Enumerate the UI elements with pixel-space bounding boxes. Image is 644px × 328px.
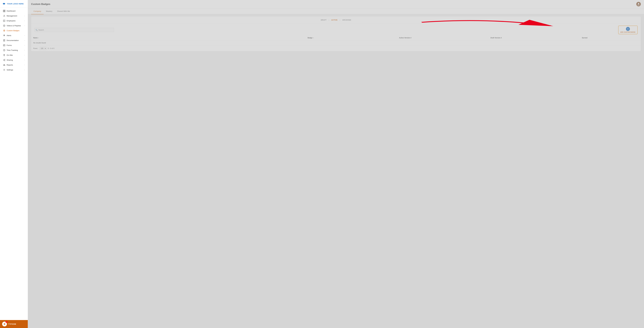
status-btn-active[interactable]: ACTIVE <box>329 18 340 22</box>
status-btn-draft[interactable]: DRAFT <box>318 18 328 22</box>
documentation-icon <box>3 39 5 41</box>
sidebar-label-dashboard: Dashboard <box>7 10 16 12</box>
chevron-right-icon: › <box>24 20 25 21</box>
svg-rect-10 <box>3 44 5 46</box>
settings-icon <box>3 69 5 71</box>
chevron-right-icon: › <box>24 25 25 26</box>
top-bar-right <box>636 2 641 6</box>
tabs-bar: Company Mastery Shared With Me <box>28 8 644 14</box>
sidebar-item-settings[interactable]: Settings › <box>1 67 27 72</box>
svg-point-16 <box>4 70 4 70</box>
add-icon: + <box>626 27 630 31</box>
sidebar-item-management[interactable]: Management › <box>1 13 27 18</box>
sidebar-item-forms[interactable]: Forms › <box>1 43 27 48</box>
avatar[interactable] <box>636 2 641 6</box>
svg-rect-3 <box>4 11 5 12</box>
rows-label: Rows: <box>33 47 38 49</box>
alerts-icon <box>3 34 5 37</box>
col-header-name: Name ▾ <box>31 35 306 40</box>
chevron-right-icon: › <box>24 15 25 16</box>
table-body: No results found <box>31 40 641 45</box>
chevron-right-icon: › <box>24 64 25 66</box>
sidebar-item-reports[interactable]: Reports › <box>1 62 27 67</box>
chevron-right-icon: › <box>24 44 25 46</box>
sidebar-label-forms: Forms <box>7 44 12 46</box>
logo-icon <box>2 2 6 5</box>
chevron-right-icon: › <box>24 69 25 71</box>
tab-company[interactable]: Company <box>31 8 44 14</box>
logo-text: YOUR LOGO HERE <box>7 3 24 5</box>
sidebar-label-documentation: Documentation <box>7 39 19 41</box>
footer-icon-wrap: 1 <box>2 322 7 327</box>
badges-table: Name ▾ Badge ▾ Active Version # <box>31 35 641 45</box>
sidebar: YOUR LOGO HERE Dashboard Management › <box>0 0 28 328</box>
svg-point-13 <box>4 59 5 60</box>
forms-icon <box>3 44 5 46</box>
svg-point-15 <box>4 60 5 61</box>
top-bar: Custom Badges <box>28 0 644 8</box>
main-content: Custom Badges Company Mastery Shared Wit… <box>28 0 644 328</box>
no-results-row: No results found <box>31 40 641 45</box>
sidebar-label-time-tracking: Time Tracking <box>7 49 18 51</box>
sidebar-logo[interactable]: YOUR LOGO HERE <box>0 0 28 7</box>
sharing-icon <box>3 59 5 61</box>
sidebar-item-on-site[interactable]: On-Site › <box>1 53 27 57</box>
sidebar-item-videos-playlists[interactable]: Videos & Playlists › <box>1 23 27 28</box>
sidebar-footer[interactable]: 1 TYFOOM <box>0 320 28 328</box>
sidebar-item-documentation[interactable]: Documentation › <box>1 38 27 43</box>
col-badge-sort[interactable]: Badge ▾ <box>308 37 395 39</box>
sidebar-item-dashboard[interactable]: Dashboard <box>1 8 27 13</box>
rows-per-page-select[interactable]: 100 <box>39 47 46 50</box>
col-header-earned: Earned <box>580 35 641 40</box>
table-footer: Rows: 100 0 - 0 of 0 <box>31 45 641 51</box>
content-area: Company Mastery Shared With Me DRAFT | A… <box>28 8 644 328</box>
chevron-right-icon: › <box>24 35 25 36</box>
svg-point-4 <box>4 15 4 16</box>
tab-mastery[interactable]: Mastery <box>44 8 55 14</box>
add-badge-btn-label: ADD CUSTOM BADGE <box>620 31 636 33</box>
search-input-wrap: 🔍 <box>34 28 114 32</box>
on-site-icon <box>3 54 5 56</box>
sidebar-label-alerts: Alerts <box>7 34 11 36</box>
time-tracking-icon <box>3 49 5 51</box>
svg-point-12 <box>4 55 4 55</box>
sidebar-item-sharing[interactable]: Sharing › <box>1 58 27 62</box>
pagination-info: 0 - 0 of 0 <box>48 47 54 49</box>
status-btn-archived[interactable]: ARCHIVED <box>340 18 353 22</box>
svg-rect-1 <box>4 10 5 11</box>
chevron-right-icon: › <box>24 54 25 56</box>
col-header-badge: Badge ▾ <box>306 35 397 40</box>
sidebar-item-alerts[interactable]: Alerts › <box>1 33 27 38</box>
add-custom-badge-button[interactable]: + ADD CUSTOM BADGE <box>618 26 638 34</box>
sidebar-navigation: Dashboard Management › Employees › <box>0 7 28 320</box>
col-header-active-version: Active Version # <box>397 35 488 40</box>
svg-point-17 <box>638 3 639 4</box>
no-results-text: No results found <box>31 40 641 45</box>
table-header: Name ▾ Badge ▾ Active Version # <box>31 35 641 40</box>
col-name-sort[interactable]: Name ▾ <box>33 37 303 39</box>
sidebar-label-management: Management <box>7 15 17 17</box>
sidebar-label-settings: Settings <box>7 69 13 71</box>
search-icon: 🔍 <box>36 29 38 31</box>
chevron-right-icon: › <box>24 39 25 41</box>
sidebar-label-on-site: On-Site <box>7 54 13 56</box>
search-input[interactable] <box>34 28 114 32</box>
reports-icon <box>3 64 5 66</box>
sort-icon-badge: ▾ <box>313 37 314 39</box>
col-header-draft-version: Draft Version # <box>488 35 580 40</box>
chevron-right-icon: › <box>24 59 25 61</box>
sidebar-label-reports: Reports <box>7 64 13 66</box>
svg-rect-0 <box>3 10 4 11</box>
notification-badge: 1 <box>6 321 8 323</box>
sidebar-item-time-tracking[interactable]: Time Tracking › <box>1 48 27 52</box>
videos-icon <box>3 24 5 27</box>
sidebar-label-sharing: Sharing <box>7 59 13 61</box>
status-filter-row: DRAFT | ACTIVE | ARCHIVED <box>31 16 641 24</box>
sidebar-item-custom-badges[interactable]: Custom Badges <box>1 28 27 33</box>
svg-point-14 <box>3 60 4 60</box>
tab-shared-with-me[interactable]: Shared With Me <box>55 8 72 14</box>
chevron-right-icon: › <box>24 49 25 51</box>
sidebar-item-employees[interactable]: Employees › <box>1 18 27 23</box>
custom-badges-icon <box>3 29 5 32</box>
dashboard-icon <box>3 10 5 12</box>
